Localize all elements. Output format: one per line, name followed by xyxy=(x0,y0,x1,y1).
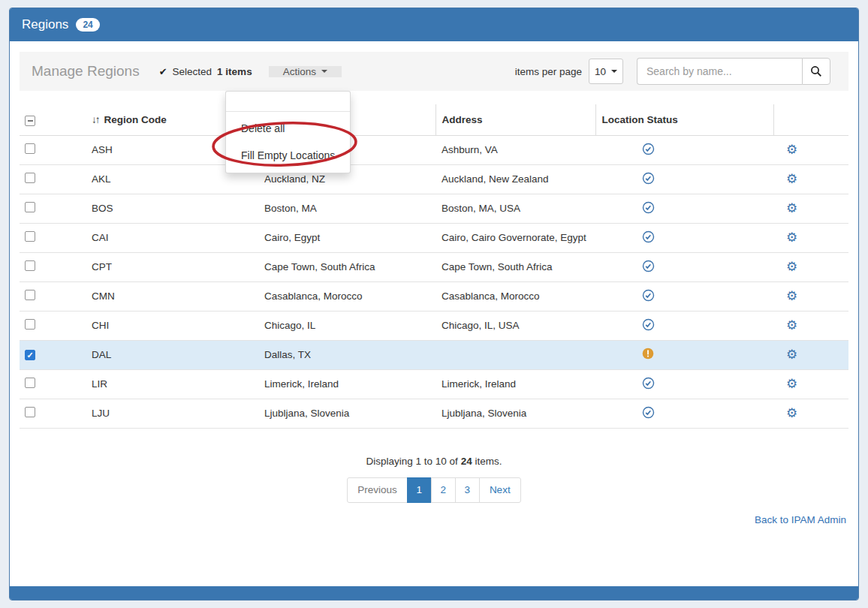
region-address-cell: Cairo, Cairo Governorate, Egypt xyxy=(436,223,595,252)
actions-dropdown-button[interactable]: Actions xyxy=(269,66,342,77)
items-per-page-group: items per page 10 xyxy=(515,59,623,84)
search-input[interactable] xyxy=(637,58,802,85)
gear-icon[interactable]: ⚙ xyxy=(786,348,797,361)
next-page-button[interactable]: Next xyxy=(479,477,521,503)
display-summary: Displaying 1 to 10 of 24 items. xyxy=(20,456,848,467)
region-address-cell: Cape Town, South Africa xyxy=(436,252,595,281)
panel-footer xyxy=(10,586,858,600)
table-row: LIR Limerick, Ireland Limerick, Ireland … xyxy=(20,369,848,399)
panel-header: Regions 24 xyxy=(10,8,858,41)
region-name-cell: Cairo, Egypt xyxy=(264,223,436,252)
column-header-location-status: Location Status xyxy=(595,104,773,135)
gear-icon[interactable]: ⚙ xyxy=(786,407,797,420)
search-group xyxy=(637,58,830,85)
region-code-cell: DAL xyxy=(92,340,264,369)
gear-icon[interactable]: ⚙ xyxy=(786,173,797,185)
selected-items-info: ✔ Selected 1 items xyxy=(159,66,252,77)
table-row: CAI Cairo, Egypt Cairo, Cairo Governorat… xyxy=(20,223,848,252)
gear-icon[interactable]: ⚙ xyxy=(786,202,797,215)
region-name-cell: Cape Town, South Africa xyxy=(264,252,436,281)
regions-count-badge: 24 xyxy=(76,18,99,32)
region-code-cell: LJU xyxy=(92,399,264,428)
column-header-actions xyxy=(773,104,848,135)
row-checkbox[interactable] xyxy=(25,231,35,242)
gear-icon[interactable]: ⚙ xyxy=(786,319,797,332)
page-button-1[interactable]: 1 xyxy=(407,477,432,503)
row-checkbox[interactable] xyxy=(25,319,35,330)
table-row: ASH Ashburn, VA ⚙ xyxy=(20,135,848,164)
toolbar-right: items per page 10 xyxy=(515,52,848,91)
search-icon xyxy=(810,65,822,77)
panel-body: Manage Regions ✔ Selected 1 items Action… xyxy=(10,41,858,536)
region-address-cell: Casablanca, Morocco xyxy=(436,281,595,311)
search-button[interactable] xyxy=(802,58,830,85)
previous-page-button[interactable]: Previous xyxy=(347,477,408,503)
region-name-cell: Boston, MA xyxy=(264,194,436,223)
items-per-page-value: 10 xyxy=(595,66,606,77)
menu-item-empty[interactable] xyxy=(226,95,350,108)
table-row: LJU Ljubljana, Slovenia Ljubljana, Slove… xyxy=(20,399,848,428)
status-ok-icon xyxy=(642,406,655,419)
summary-total: 24 xyxy=(461,456,472,467)
summary-suffix: items. xyxy=(475,456,502,467)
region-name-cell: Chicago, IL xyxy=(264,311,436,340)
gear-icon[interactable]: ⚙ xyxy=(786,231,797,244)
select-all-checkbox[interactable] xyxy=(25,116,35,126)
table-header-row: ↓↑Region Code Address Location Status xyxy=(20,104,848,135)
selected-label: Selected xyxy=(173,66,212,77)
page-number-buttons: 123 xyxy=(408,477,480,503)
status-ok-icon xyxy=(642,201,655,214)
gear-icon[interactable]: ⚙ xyxy=(786,143,797,156)
row-checkbox[interactable] xyxy=(25,202,35,212)
status-ok-icon xyxy=(642,143,655,155)
gear-icon[interactable]: ⚙ xyxy=(786,378,797,390)
region-name-cell: Limerick, Ireland xyxy=(264,369,436,399)
chevron-down-icon xyxy=(611,70,617,73)
actions-dropdown-menu: Delete all Fill Empty Locations xyxy=(225,91,351,173)
status-warning-icon xyxy=(642,348,654,360)
region-name-cell: Ljubljana, Slovenia xyxy=(264,399,436,428)
status-ok-icon xyxy=(642,260,655,272)
menu-item-fill-empty-locations[interactable]: Fill Empty Locations xyxy=(226,142,350,169)
table-row: CMN Casablanca, Morocco Casablanca, Moro… xyxy=(20,281,848,311)
table-body: ASH Ashburn, VA ⚙ AKL Auckland, NZ Auckl… xyxy=(20,135,848,428)
toolbar: Manage Regions ✔ Selected 1 items Action… xyxy=(20,52,848,91)
items-per-page-label: items per page xyxy=(515,66,582,77)
sort-icon: ↓↑ xyxy=(92,114,99,125)
back-to-ipam-admin-link[interactable]: Back to IPAM Admin xyxy=(755,514,846,525)
row-checkbox[interactable] xyxy=(25,143,35,154)
region-address-cell xyxy=(436,340,595,369)
row-checkbox[interactable] xyxy=(25,350,35,360)
column-header-address: Address xyxy=(436,104,595,135)
region-address-cell: Boston, MA, USA xyxy=(436,194,595,223)
pager: Previous 123 Next xyxy=(347,477,520,503)
items-per-page-select[interactable]: 10 xyxy=(589,59,623,84)
row-checkbox[interactable] xyxy=(25,378,35,388)
region-name-cell: Dallas, TX xyxy=(264,340,436,369)
summary-prefix: Displaying 1 to 10 of xyxy=(366,456,458,467)
pagination-area: Displaying 1 to 10 of 24 items. Previous… xyxy=(20,456,848,503)
region-address-cell: Auckland, New Zealand xyxy=(436,164,595,194)
row-checkbox[interactable] xyxy=(25,173,35,183)
gear-icon[interactable]: ⚙ xyxy=(786,290,797,302)
row-checkbox[interactable] xyxy=(25,407,35,417)
gear-icon[interactable]: ⚙ xyxy=(786,260,797,273)
row-checkbox[interactable] xyxy=(25,260,35,271)
chevron-down-icon xyxy=(321,70,327,73)
region-code-header-label: Region Code xyxy=(104,114,167,125)
table-row: DAL Dallas, TX ⚙ xyxy=(20,340,848,369)
status-ok-icon xyxy=(642,172,655,185)
status-ok-icon xyxy=(642,377,655,390)
menu-item-delete-all[interactable]: Delete all xyxy=(226,115,350,142)
region-address-cell: Ljubljana, Slovenia xyxy=(436,399,595,428)
page-button-3[interactable]: 3 xyxy=(455,477,480,503)
status-ok-icon xyxy=(642,230,655,243)
row-checkbox[interactable] xyxy=(25,290,35,300)
page-button-2[interactable]: 2 xyxy=(431,477,456,503)
region-address-cell: Ashburn, VA xyxy=(436,135,595,164)
region-code-cell: CHI xyxy=(92,311,264,340)
region-name-cell: Casablanca, Morocco xyxy=(264,281,436,311)
table-row: AKL Auckland, NZ Auckland, New Zealand ⚙ xyxy=(20,164,848,194)
region-code-cell: CMN xyxy=(92,281,264,311)
menu-divider xyxy=(226,111,350,112)
